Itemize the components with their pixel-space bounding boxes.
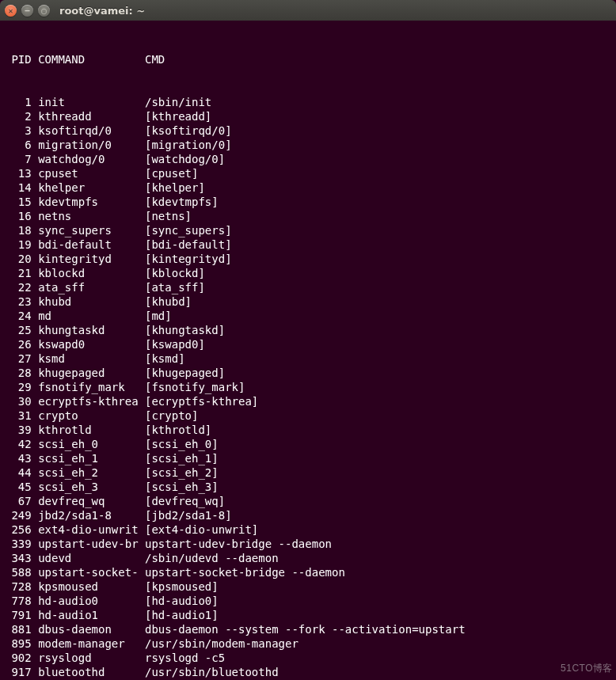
table-row: 6migration/0[migration/0] (5, 138, 611, 152)
cell-pid: 23 (5, 294, 38, 309)
table-row: 588upstart-socket-upstart-socket-bridge … (5, 565, 611, 579)
cell-cmd: [khugepaged] (145, 366, 611, 380)
cell-pid: 67 (5, 494, 38, 508)
cell-pid: 31 (5, 408, 38, 423)
cell-cmd: rsyslogd -c5 (145, 651, 611, 665)
table-row: 28khugepaged[khugepaged] (5, 366, 611, 380)
cell-command: fsnotify_mark (38, 380, 145, 394)
table-row: 778hd-audio0[hd-audio0] (5, 594, 611, 608)
cell-command: scsi_eh_0 (38, 437, 145, 451)
cell-pid: 588 (5, 565, 38, 579)
header-pid: PID (5, 52, 38, 66)
cell-command: ext4-dio-unwrit (38, 522, 145, 537)
cell-pid: 16 (5, 209, 38, 223)
cell-pid: 791 (5, 608, 38, 622)
cell-command: ata_sff (38, 280, 145, 294)
cell-command: kthreadd (38, 109, 145, 123)
cell-command: khugepaged (38, 366, 145, 380)
cell-command: modem-manager (38, 636, 145, 651)
cell-command: watchdog/0 (38, 152, 145, 166)
table-row: 14khelper[khelper] (5, 180, 611, 195)
terminal-output[interactable]: PID COMMAND CMD 1init/sbin/init2kthreadd… (0, 21, 616, 680)
table-row: 256ext4-dio-unwrit[ext4-dio-unwrit] (5, 522, 611, 537)
cell-command: bluetoothd (38, 665, 145, 679)
cell-cmd: [netns] (145, 209, 611, 223)
cell-command: udevd (38, 551, 145, 565)
table-row: 7watchdog/0[watchdog/0] (5, 152, 611, 166)
cell-command: kintegrityd (38, 252, 145, 266)
table-row: 39kthrotld[kthrotld] (5, 423, 611, 437)
cell-pid: 14 (5, 180, 38, 195)
cell-cmd: [khubd] (145, 294, 611, 309)
minimize-icon[interactable]: – (21, 5, 33, 17)
cell-pid: 249 (5, 508, 38, 522)
cell-cmd: [cpuset] (145, 166, 611, 180)
cell-pid: 25 (5, 323, 38, 337)
cell-cmd: [fsnotify_mark] (145, 380, 611, 394)
table-row: 24md[md] (5, 309, 611, 323)
table-row: 67devfreq_wq[devfreq_wq] (5, 494, 611, 508)
cell-command: migration/0 (38, 138, 145, 152)
cell-cmd: [bdi-default] (145, 237, 611, 252)
table-row: 23khubd[khubd] (5, 294, 611, 309)
table-row: 19bdi-default[bdi-default] (5, 237, 611, 252)
table-row: 25khungtaskd[khungtaskd] (5, 323, 611, 337)
cell-cmd: [scsi_eh_1] (145, 451, 611, 465)
cell-cmd: /sbin/udevd --daemon (145, 551, 611, 565)
cell-cmd: [sync_supers] (145, 223, 611, 237)
table-row: 16netns[netns] (5, 209, 611, 223)
cell-cmd: [ksmd] (145, 351, 611, 366)
cell-command: scsi_eh_3 (38, 480, 145, 494)
cell-cmd: upstart-udev-bridge --daemon (145, 537, 611, 551)
cell-cmd: [devfreq_wq] (145, 494, 611, 508)
cell-pid: 2 (5, 109, 38, 123)
table-row: 249jbd2/sda1-8[jbd2/sda1-8] (5, 508, 611, 522)
cell-command: kdevtmpfs (38, 195, 145, 209)
table-row: 31crypto[crypto] (5, 408, 611, 423)
cell-pid: 18 (5, 223, 38, 237)
cell-cmd: /sbin/init (145, 95, 611, 109)
cell-pid: 44 (5, 465, 38, 480)
cell-pid: 1 (5, 95, 38, 109)
cell-cmd: upstart-socket-bridge --daemon (145, 565, 611, 579)
cell-cmd: [crypto] (145, 408, 611, 423)
table-row: 21kblockd[kblockd] (5, 266, 611, 280)
cell-cmd: [kblockd] (145, 266, 611, 280)
cell-command: khelper (38, 180, 145, 195)
cell-pid: 6 (5, 138, 38, 152)
cell-pid: 895 (5, 636, 38, 651)
cell-command: kthrotld (38, 423, 145, 437)
table-row: 917bluetoothd/usr/sbin/bluetoothd (5, 665, 611, 679)
cell-command: cpuset (38, 166, 145, 180)
table-header-row: PID COMMAND CMD (5, 52, 611, 66)
cell-pid: 20 (5, 252, 38, 266)
cell-command: sync_supers (38, 223, 145, 237)
cell-command: jbd2/sda1-8 (38, 508, 145, 522)
cell-pid: 256 (5, 522, 38, 537)
table-row: 26kswapd0[kswapd0] (5, 337, 611, 351)
cell-pid: 881 (5, 622, 38, 636)
window-titlebar: ✕ – ▢ root@vamei: ~ (0, 0, 616, 21)
cell-cmd: [scsi_eh_3] (145, 480, 611, 494)
table-row: 18sync_supers[sync_supers] (5, 223, 611, 237)
maximize-icon[interactable]: ▢ (38, 5, 50, 17)
cell-cmd: [jbd2/sda1-8] (145, 508, 611, 522)
table-row: 20kintegrityd[kintegrityd] (5, 252, 611, 266)
table-row: 895modem-manager/usr/sbin/modem-manager (5, 636, 611, 651)
table-row: 44scsi_eh_2[scsi_eh_2] (5, 465, 611, 480)
table-row: 27ksmd[ksmd] (5, 351, 611, 366)
cell-cmd: [kdevtmpfs] (145, 195, 611, 209)
cell-cmd: [kswapd0] (145, 337, 611, 351)
cell-command: kpsmoused (38, 579, 145, 594)
cell-pid: 917 (5, 665, 38, 679)
table-row: 1init/sbin/init (5, 95, 611, 109)
cell-command: upstart-socket- (38, 565, 145, 579)
cell-pid: 45 (5, 480, 38, 494)
table-row: 30ecryptfs-kthrea[ecryptfs-kthrea] (5, 394, 611, 408)
cell-command: scsi_eh_2 (38, 465, 145, 480)
cell-command: bdi-default (38, 237, 145, 252)
table-row: 343udevd/sbin/udevd --daemon (5, 551, 611, 565)
cell-command: scsi_eh_1 (38, 451, 145, 465)
close-icon[interactable]: ✕ (5, 5, 17, 17)
cell-cmd: [kintegrityd] (145, 252, 611, 266)
